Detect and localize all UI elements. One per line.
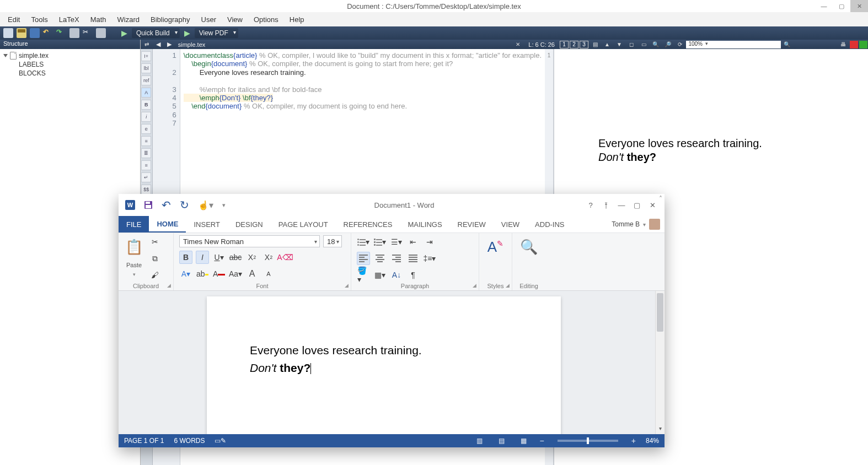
- ribbon-display-icon[interactable]: ⭱: [598, 201, 614, 209]
- close-tab-icon[interactable]: ✕: [512, 40, 523, 48]
- sort-icon[interactable]: A↓: [390, 268, 403, 282]
- cut-icon[interactable]: ✂: [148, 235, 162, 248]
- tab-references[interactable]: REFERENCES: [336, 216, 400, 233]
- read-mode-icon[interactable]: ▥: [474, 436, 486, 446]
- vtool-right[interactable]: ≡: [141, 160, 151, 170]
- maximize-button[interactable]: ▢: [629, 201, 645, 209]
- page3-button[interactable]: 3: [580, 41, 588, 48]
- strikethrough-button[interactable]: abc: [229, 251, 242, 264]
- dialog-launcher-icon[interactable]: ◢: [473, 283, 476, 288]
- clear-formatting-icon[interactable]: A⌫: [278, 251, 292, 264]
- tab-file[interactable]: FILE: [119, 216, 149, 233]
- superscript-button[interactable]: X2: [262, 251, 275, 264]
- zoom-out-button[interactable]: −: [540, 436, 544, 445]
- highlight-color-icon[interactable]: ab: [196, 267, 209, 280]
- dialog-launcher-icon[interactable]: ◢: [345, 283, 349, 288]
- open-file-dropdown[interactable]: [175, 41, 373, 48]
- save-file-icon[interactable]: [30, 28, 40, 38]
- maximize-button[interactable]: ▢: [833, 0, 850, 12]
- vtool-left[interactable]: ≡: [141, 136, 151, 146]
- undo-icon[interactable]: ↶: [43, 28, 53, 38]
- tab-view[interactable]: VIEW: [494, 216, 527, 233]
- help-button[interactable]: ?: [583, 201, 598, 209]
- error-indicator-icon[interactable]: [850, 41, 858, 48]
- print-layout-icon[interactable]: ▤: [496, 436, 508, 446]
- underline-button[interactable]: U▾: [212, 251, 226, 264]
- paste-icon[interactable]: [96, 28, 106, 38]
- menu-options[interactable]: Options: [249, 14, 283, 25]
- borders-icon[interactable]: ▦▾: [373, 268, 387, 282]
- tab-page-layout[interactable]: PAGE LAYOUT: [271, 216, 336, 233]
- page2-button[interactable]: 2: [570, 41, 578, 48]
- structure-tree[interactable]: simple.tex LABELS BLOCKS: [0, 49, 140, 80]
- tab-add-ins[interactable]: ADD-INS: [527, 216, 572, 233]
- save-icon[interactable]: [144, 201, 153, 209]
- touch-mode-icon[interactable]: ☝▾: [198, 200, 213, 210]
- align-left-icon[interactable]: [357, 252, 370, 265]
- align-center-icon[interactable]: [373, 252, 387, 265]
- show-marks-icon[interactable]: ¶: [406, 268, 420, 282]
- subscript-button[interactable]: X2: [245, 251, 259, 264]
- expand-icon[interactable]: [3, 54, 8, 57]
- zoom-in-icon[interactable]: 🔎: [662, 40, 673, 48]
- zoom-percent[interactable]: 84%: [646, 437, 659, 445]
- menu-bibliography[interactable]: Bibliography: [146, 14, 195, 25]
- bullets-icon[interactable]: ▾: [357, 235, 370, 248]
- vtool-ref[interactable]: ref: [141, 75, 151, 85]
- vtool-center[interactable]: ≣: [141, 148, 151, 158]
- font-name-dropdown[interactable]: Times New Roman: [179, 235, 320, 247]
- scroll-thumb[interactable]: [657, 293, 663, 332]
- zoom-reset-icon[interactable]: ⟳: [674, 40, 685, 48]
- find-icon[interactable]: 🔍: [519, 235, 539, 258]
- tab-review[interactable]: REVIEW: [450, 216, 494, 233]
- grow-font-icon[interactable]: A: [245, 267, 259, 280]
- menu-user[interactable]: User: [197, 14, 221, 25]
- close-button[interactable]: ✕: [850, 0, 868, 12]
- close-button[interactable]: ✕: [645, 201, 660, 209]
- font-color-icon[interactable]: A: [212, 267, 226, 280]
- toggle-panel-icon[interactable]: ⇄: [141, 40, 152, 48]
- minimize-button[interactable]: —: [815, 0, 833, 12]
- zoom-slider[interactable]: [558, 440, 618, 442]
- line-spacing-icon[interactable]: ‡≡▾: [423, 252, 436, 265]
- vtool-part[interactable]: I+: [141, 51, 151, 61]
- vtool-emph[interactable]: e: [141, 124, 151, 134]
- text-effects-icon[interactable]: A▾: [179, 267, 192, 280]
- menu-latex[interactable]: LaTeX: [55, 14, 84, 25]
- shading-icon[interactable]: 🪣▾: [357, 268, 370, 282]
- italic-button[interactable]: I: [196, 251, 209, 264]
- proofing-icon[interactable]: ▭✎: [215, 437, 226, 445]
- paragraph-2[interactable]: Don't they?: [250, 361, 518, 375]
- format-painter-icon[interactable]: 🖌: [148, 268, 162, 282]
- open-file-icon[interactable]: [17, 28, 26, 38]
- tab-insert[interactable]: INSERT: [186, 216, 227, 233]
- tab-home[interactable]: HOME: [149, 216, 186, 233]
- justify-icon[interactable]: [406, 252, 420, 265]
- vtool-bold[interactable]: B: [141, 100, 151, 110]
- undo-icon[interactable]: ↶: [162, 198, 171, 212]
- scroll-down-icon[interactable]: ▾: [656, 425, 665, 434]
- increase-indent-icon[interactable]: ⇥: [423, 235, 436, 248]
- shrink-font-icon[interactable]: A: [262, 267, 275, 280]
- copy-icon[interactable]: ⧉: [148, 252, 162, 265]
- redo-icon[interactable]: ↷: [56, 28, 66, 38]
- page-indicator[interactable]: PAGE 1 OF 1: [124, 437, 164, 445]
- dialog-launcher-icon[interactable]: ◢: [506, 283, 510, 288]
- bold-button[interactable]: B: [179, 251, 192, 264]
- page1-button[interactable]: 1: [560, 41, 569, 48]
- ok-indicator-icon[interactable]: [859, 41, 867, 48]
- up-icon[interactable]: ▲: [602, 40, 613, 48]
- numbering-icon[interactable]: ▾: [373, 235, 387, 248]
- print-icon[interactable]: 🖶: [838, 40, 849, 48]
- zoom-out-icon[interactable]: 🔍: [650, 40, 661, 48]
- align-right-icon[interactable]: [390, 252, 403, 265]
- collapse-ribbon-icon[interactable]: ˄: [659, 195, 662, 203]
- change-case-icon[interactable]: Aa▾: [229, 267, 242, 280]
- minimize-button[interactable]: —: [614, 201, 629, 209]
- menu-edit[interactable]: Edit: [3, 14, 24, 25]
- zoom-level[interactable]: 100%: [686, 41, 709, 48]
- web-layout-icon[interactable]: ▦: [518, 436, 530, 446]
- fit-width-icon[interactable]: ▭: [638, 40, 649, 48]
- next-file-icon[interactable]: ▶: [164, 41, 175, 48]
- document-page[interactable]: Everyone loves research training. Don't …: [207, 296, 561, 434]
